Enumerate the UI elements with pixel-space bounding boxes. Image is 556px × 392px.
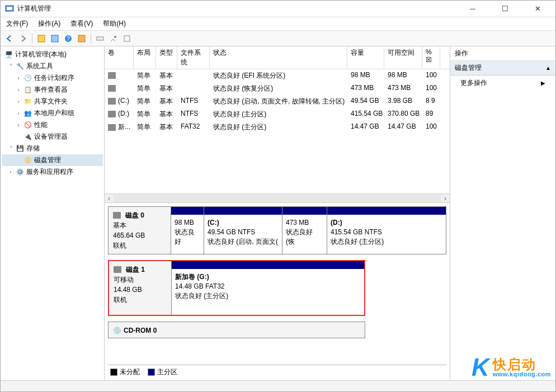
toolbar: ?	[1, 31, 555, 46]
svg-rect-2	[38, 35, 45, 42]
collapse-icon[interactable]: ▲	[545, 65, 551, 71]
col-capacity[interactable]: 容量	[347, 46, 384, 69]
partition[interactable]: 473 MB 状态良好 (恢	[282, 207, 327, 254]
toolbar-icon-1[interactable]	[36, 33, 47, 44]
tree-shared[interactable]: › 📁 共享文件夹	[2, 96, 103, 107]
partition-header	[172, 261, 364, 269]
watermark-text: 快启动	[493, 358, 551, 371]
disk-1-partitions: 新加卷 (G:) 14.48 GB FAT32 状态良好 (主分区)	[172, 261, 364, 315]
svg-rect-6	[78, 35, 85, 42]
toolbar-icon-4[interactable]	[95, 33, 106, 44]
disk-0-label[interactable]: 磁盘 0 基本 465.64 GB 联机	[109, 207, 171, 254]
maximize-button[interactable]: ☐	[494, 1, 516, 17]
toolbar-sep2	[91, 34, 91, 44]
back-button[interactable]	[4, 33, 15, 44]
chevron-right-icon[interactable]: ›	[15, 122, 22, 128]
window-controls: ─ ☐ ✕	[461, 1, 549, 17]
chevron-right-icon[interactable]: ›	[7, 169, 14, 175]
app-icon	[5, 4, 14, 13]
clock-icon: 🕑	[23, 74, 32, 82]
volume-row[interactable]: 简单 基本 状态良好 (EFI 系统分区) 98 MB 98 MB 100	[105, 69, 450, 82]
volume-icon	[108, 85, 116, 92]
tree-systools[interactable]: ˅ 🔧 系统工具	[2, 60, 103, 72]
chevron-right-icon[interactable]: ›	[15, 75, 22, 81]
volume-row[interactable]: (C:) 简单 基本 NTFS 状态良好 (启动, 页面文件, 故障转储, 主分…	[105, 95, 450, 108]
cdrom-row[interactable]: 💿CD-ROM 0 DVD (E:)	[108, 322, 365, 338]
nav-tree[interactable]: 🖥️ 计算机管理(本地) ˅ 🔧 系统工具 › 🕑 任务计划程序 › 📋 事件查…	[1, 46, 105, 380]
minimize-button[interactable]: ─	[461, 1, 484, 17]
actions-more[interactable]: 更多操作 ▶	[450, 75, 555, 91]
tree-localusers[interactable]: › 👥 本地用户和组	[2, 107, 103, 119]
tree-label: 服务和应用程序	[26, 167, 73, 177]
chevron-right-icon[interactable]: ›	[15, 110, 22, 116]
services-icon: ⚙️	[16, 168, 25, 176]
disk-0-row[interactable]: 磁盘 0 基本 465.64 GB 联机 98 MB 状态良好	[108, 206, 446, 254]
tree-label: 磁盘管理	[34, 155, 61, 165]
tree-eventviewer[interactable]: › 📋 事件查看器	[2, 84, 103, 96]
actions-title: 操作	[450, 46, 555, 61]
svg-rect-7	[97, 37, 103, 40]
col-percent[interactable]: % ☒	[422, 46, 440, 69]
tree-diskmgmt[interactable]: 📀 磁盘管理	[2, 154, 103, 166]
tree-label: 共享文件夹	[34, 97, 68, 106]
forward-button[interactable]	[17, 33, 29, 44]
disk-graphical-view[interactable]: 磁盘 0 基本 465.64 GB 联机 98 MB 状态良好	[105, 203, 450, 380]
toolbar-icon-2[interactable]	[49, 33, 60, 44]
disk-1-label[interactable]: 磁盘 1 可移动 14.48 GB 联机	[109, 261, 172, 315]
chevron-right-icon: ▶	[541, 80, 545, 86]
toolbar-icon-3[interactable]	[76, 33, 87, 44]
toolbar-icon-5[interactable]	[108, 33, 119, 44]
partition[interactable]: (D:) 415.54 GB NTFS 状态良好 (主分区)	[327, 207, 446, 254]
chevron-right-icon[interactable]: ›	[15, 87, 22, 93]
volume-row[interactable]: 新... 简单 基本 FAT32 状态良好 (主分区) 14.47 GB 14.…	[105, 121, 450, 134]
tree-performance[interactable]: › 🚫 性能	[2, 119, 103, 131]
chevron-right-icon[interactable]: ›	[15, 98, 22, 105]
svg-rect-9	[124, 36, 130, 41]
col-volume[interactable]: 卷	[105, 46, 134, 69]
partition[interactable]: 新加卷 (G:) 14.48 GB FAT32 状态良好 (主分区)	[172, 261, 364, 315]
cdrom-label[interactable]: 💿CD-ROM 0 DVD (E:)	[109, 322, 365, 338]
tree-root-label: 计算机管理(本地)	[15, 50, 67, 59]
partition[interactable]: (C:) 49.54 GB NTFS 状态良好 (启动, 页面文(	[204, 207, 282, 254]
main-area: 🖥️ 计算机管理(本地) ˅ 🔧 系统工具 › 🕑 任务计划程序 › 📋 事件查…	[1, 46, 555, 380]
toolbar-icon-6[interactable]	[121, 33, 133, 44]
partition[interactable]: 98 MB 状态良好	[171, 207, 204, 254]
menu-view[interactable]: 查看(V)	[69, 18, 94, 30]
tree-scheduler[interactable]: › 🕑 任务计划程序	[2, 72, 103, 84]
disk-icon: 📀	[23, 157, 32, 164]
chevron-down-icon[interactable]: ˅	[7, 63, 14, 69]
volume-scrollbar[interactable]: ‹ ›	[105, 193, 450, 202]
watermark-logo: K	[472, 353, 489, 381]
scroll-right-icon[interactable]: ›	[441, 195, 450, 202]
col-status[interactable]: 状态	[210, 46, 347, 69]
actions-section[interactable]: 磁盘管理 ▲	[450, 61, 555, 75]
scroll-left-icon[interactable]: ‹	[105, 195, 114, 202]
close-button[interactable]: ✕	[526, 1, 549, 17]
menu-action[interactable]: 操作(A)	[37, 18, 62, 30]
event-icon: 📋	[23, 86, 32, 94]
tree-devmgr[interactable]: 🔌 设备管理器	[2, 131, 103, 143]
volume-list[interactable]: 卷 布局 类型 文件系统 状态 容量 可用空间 % ☒ 简单 基本 状态良好 (…	[105, 46, 450, 203]
chevron-down-icon[interactable]: ˅	[7, 145, 14, 152]
disk-1-row[interactable]: 磁盘 1 可移动 14.48 GB 联机 新加卷 (G:) 14.48 GB F…	[108, 260, 365, 316]
tree-storage[interactable]: ˅ 💾 存储	[2, 143, 103, 154]
disk-0-partitions: 98 MB 状态良好 (C:) 49.54 GB NTFS 状态良好 (启动, …	[171, 207, 446, 254]
menu-help[interactable]: 帮助(H)	[102, 18, 127, 30]
menu-file[interactable]: 文件(F)	[5, 18, 29, 30]
title-bar: 计算机管理 ─ ☐ ✕	[1, 1, 555, 17]
col-type[interactable]: 类型	[156, 46, 177, 69]
tree-root[interactable]: 🖥️ 计算机管理(本地)	[2, 49, 103, 60]
scroll-track[interactable]	[114, 195, 441, 202]
tree-label: 本地用户和组	[34, 108, 74, 118]
users-icon: 👥	[23, 110, 32, 117]
col-layout[interactable]: 布局	[134, 46, 156, 69]
col-fs[interactable]: 文件系统	[177, 46, 210, 69]
volume-row[interactable]: 简单 基本 状态良好 (恢复分区) 473 MB 473 MB 100	[105, 82, 450, 95]
volume-row[interactable]: (D:) 简单 基本 NTFS 状态良好 (主分区) 415.54 GB 370…	[105, 108, 450, 121]
tree-services[interactable]: › ⚙️ 服务和应用程序	[2, 166, 103, 178]
legend: 未分配 主分区	[108, 365, 446, 379]
col-free[interactable]: 可用空间	[384, 46, 422, 69]
volume-header[interactable]: 卷 布局 类型 文件系统 状态 容量 可用空间 % ☒	[105, 46, 450, 69]
computer-icon: 🖥️	[4, 51, 13, 59]
help-icon[interactable]: ?	[63, 33, 74, 44]
